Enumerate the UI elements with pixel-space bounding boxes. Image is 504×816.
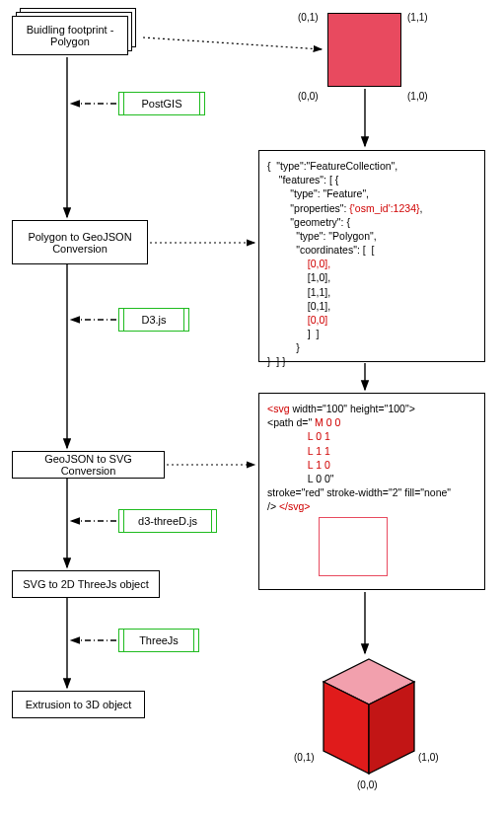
tool-postgis: PostGIS [118,92,205,115]
svg-marker-0 [324,659,414,705]
step-building-footprint: Buidling footprint - Polygon [12,16,128,55]
coord-cube-br: (1,0) [418,752,439,763]
step4-label: SVG to 2D ThreeJs object [23,578,149,590]
tool4-label: ThreeJs [139,634,179,646]
svg-line-11 [143,37,322,49]
step-polygon-to-geojson: Polygon to GeoJSON Conversion [12,220,148,264]
step1-label: Buidling footprint - Polygon [21,24,119,47]
coord-sq-br: (1,0) [407,91,428,102]
red-square [327,13,401,87]
step-svg-to-threejs: SVG to 2D ThreeJs object [12,570,160,598]
coord-cube-bottom: (0,0) [357,779,378,790]
tool-d3js: D3.js [118,308,189,332]
svg-code-box: <svg width="100" height="100"> <path d="… [258,393,485,590]
svg-preview-square [319,517,388,576]
svg-marker-1 [324,682,369,774]
tool2-label: D3.js [141,314,166,326]
step2-label: Polygon to GeoJSON Conversion [21,231,139,255]
geojson-code-box: { "type":"FeatureCollection", "features"… [258,150,485,362]
step5-label: Extrusion to 3D object [26,699,132,710]
tool1-label: PostGIS [142,98,182,110]
coord-sq-tr: (1,1) [407,12,428,23]
tool-d3threed: d3-threeD.js [118,509,217,533]
tool-threejs: ThreeJs [118,629,199,652]
step3-label: GeoJSON to SVG Conversion [21,453,156,477]
coord-sq-tl: (0,1) [298,12,319,23]
step-extrusion: Extrusion to 3D object [12,691,145,718]
coord-cube-bl: (0,1) [294,752,315,763]
tool3-label: d3-threeD.js [138,515,197,527]
step-geojson-to-svg: GeoJSON to SVG Conversion [12,451,165,479]
coord-sq-bl: (0,0) [298,91,319,102]
svg-marker-2 [369,682,414,774]
